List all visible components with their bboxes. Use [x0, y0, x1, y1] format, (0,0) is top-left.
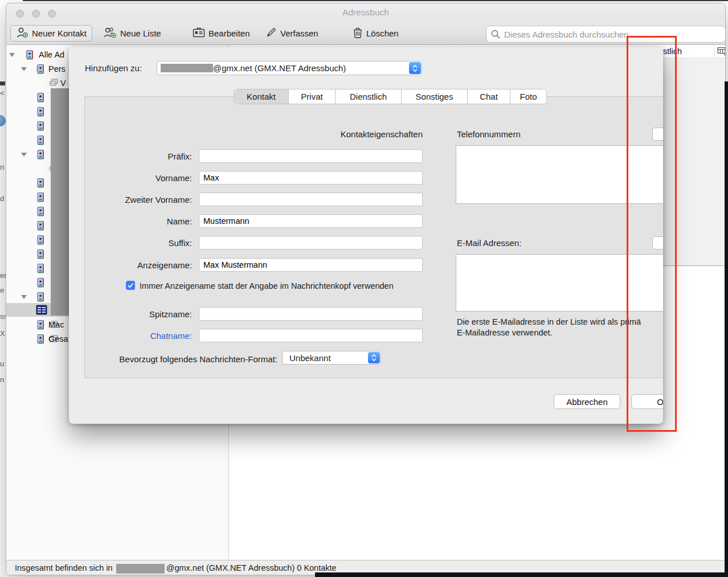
address-book-icon [36, 320, 44, 332]
address-book-icon [36, 249, 44, 261]
suffix-label: Suffix: [85, 238, 192, 248]
always-displayname-checkbox[interactable] [126, 281, 135, 290]
email-note-line1: Die erste E-Mailadresse in der Liste wir… [457, 317, 641, 326]
email-note-line2: E-Mailadresse verwendet. [457, 328, 553, 337]
always-displayname-label: Immer Anzeigename statt der Angabe im Na… [140, 281, 394, 290]
new-contact-button[interactable]: Neuer Kontakt [10, 25, 92, 42]
nickname-input[interactable] [199, 307, 423, 321]
new-list-button[interactable]: Neue Liste [103, 25, 161, 42]
suffix-input[interactable] [199, 236, 423, 249]
person-add-icon [16, 26, 28, 40]
address-book-icon [36, 193, 44, 204]
add-to-dropdown[interactable]: @gmx.net (GMX.NET Adressbuch) [157, 61, 422, 75]
prefix-input[interactable] [199, 149, 423, 163]
preferred-format-label: Bevorzugt folgendes Nachrichten-Format: [85, 354, 277, 364]
background-fragment: n [0, 375, 6, 384]
pencil-icon [265, 27, 277, 40]
redaction-bar [161, 64, 213, 72]
format-dropdown[interactable]: Unbekannt [282, 351, 381, 365]
address-book-icon [36, 207, 44, 218]
address-book-icon [36, 93, 44, 104]
address-book-icon [36, 178, 44, 190]
tree-label: V [60, 79, 66, 88]
background-app-icon [0, 115, 6, 126]
background-window-bar [315, 572, 728, 577]
cards-list-icon [49, 79, 58, 88]
contact-tab-panel: Kontakteigenschaften Präfix: Vorname: Zw… [84, 96, 663, 378]
tab-sonstiges[interactable]: Sonstiges [402, 89, 468, 104]
background-fragment: er [0, 271, 6, 280]
people-add-icon [103, 26, 117, 40]
column-picker-icon[interactable] [717, 47, 726, 58]
new-list-label: Neue Liste [120, 28, 161, 38]
background-fragment: < [0, 89, 6, 97]
address-book-icon [36, 334, 44, 346]
tree-label: Pers [48, 64, 66, 73]
displayname-input[interactable] [199, 258, 423, 272]
phones-title: Telefonnummern [457, 129, 521, 139]
delete-button[interactable]: Löschen [353, 25, 399, 42]
compose-label: Verfassen [280, 28, 318, 38]
dropdown-stepper-icon [409, 62, 421, 74]
dropdown-stepper-icon [368, 352, 380, 363]
background-fragment [0, 81, 5, 85]
disclosure-triangle-icon[interactable] [21, 295, 27, 299]
background-fragment: X [0, 329, 6, 338]
titlebar[interactable]: Adressbuch [6, 3, 725, 21]
disclosure-triangle-icon[interactable] [9, 53, 15, 57]
addressbook-window: Adressbuch Neuer Kontakt [6, 3, 726, 575]
displayname-label: Anzeigename: [85, 260, 192, 270]
chatname-input[interactable] [199, 329, 423, 342]
tree-label: Mac [48, 320, 64, 329]
search-input[interactable] [486, 26, 726, 43]
edit-button[interactable]: Bearbeiten [193, 25, 250, 42]
disclosure-triangle-icon[interactable] [21, 153, 27, 157]
column-divider [714, 46, 715, 57]
prefix-label: Präfix: [85, 152, 192, 161]
new-contact-label: Neuer Kontakt [32, 28, 87, 38]
background-fragment: n [0, 163, 6, 171]
background-fragment: d [0, 194, 6, 203]
tab-chat[interactable]: Chat [468, 89, 510, 104]
grid-list-icon [36, 305, 47, 317]
annotation-red-rectangle [627, 36, 677, 432]
window-title: Adressbuch [6, 7, 725, 18]
delete-label: Löschen [366, 28, 399, 38]
tab-dienstlich[interactable]: Dienstlich [336, 89, 402, 104]
background-window-edge [23, 0, 728, 1]
address-book-icon [36, 221, 44, 232]
middlename-label: Zweiter Vorname: [85, 195, 192, 204]
tree-label: Alle Ad [39, 50, 64, 59]
cancel-button[interactable]: Abbrechen [554, 394, 620, 409]
compose-button[interactable]: Verfassen [265, 25, 318, 42]
format-value: Unbekannt [289, 353, 331, 363]
background-fragment: u [0, 359, 6, 368]
disclosure-triangle-icon[interactable] [21, 67, 27, 71]
background-window-strip [725, 81, 728, 577]
address-book-icon [36, 264, 44, 275]
add-to-value: @gmx.net (GMX.NET Adressbuch) [213, 63, 346, 73]
tab-privat[interactable]: Privat [289, 89, 336, 104]
status-text-prefix: Insgesamt befinden sich in [15, 563, 113, 572]
dialog-tabs: Kontakt Privat Dienstlich Sonstiges Chat… [234, 89, 547, 104]
contact-card-icon [193, 27, 205, 39]
chatname-link[interactable]: Chatname: [85, 331, 192, 341]
screen: < n d er e ss X u n Adressbuch Neuer Kon… [0, 0, 728, 577]
search-icon [490, 29, 501, 42]
tab-foto[interactable]: Foto [510, 89, 546, 104]
address-book-icon [25, 50, 34, 62]
lastname-input[interactable] [199, 214, 423, 228]
address-book-icon [36, 235, 44, 247]
trash-icon [353, 27, 363, 40]
address-book-icon [36, 292, 44, 304]
lastname-label: Name: [85, 216, 192, 226]
address-book-icon [36, 107, 44, 118]
middlename-input[interactable] [199, 193, 423, 206]
search-field[interactable] [486, 26, 726, 43]
redaction-bar [116, 564, 165, 574]
tab-kontakt[interactable]: Kontakt [234, 89, 289, 104]
emails-title: E-Mail Adressen: [457, 238, 521, 248]
toolbar: Neuer Kontakt Neue Liste [6, 21, 725, 45]
address-book-icon [36, 150, 44, 161]
firstname-input[interactable] [199, 171, 423, 185]
